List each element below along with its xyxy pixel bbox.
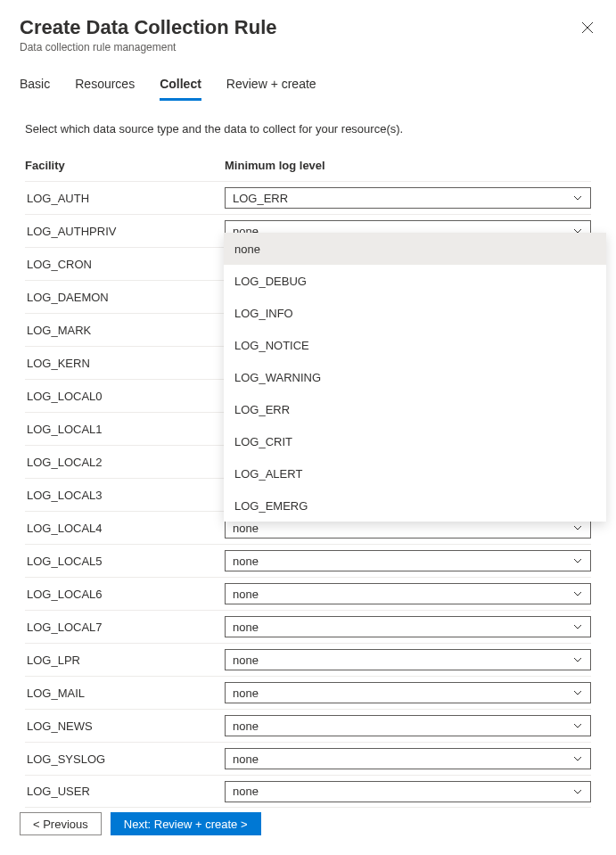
facility-name: LOG_LOCAL6 <box>25 588 225 601</box>
previous-button[interactable]: < Previous <box>20 812 102 835</box>
column-header-level: Minimum log level <box>225 159 591 172</box>
tab-resources[interactable]: Resources <box>75 77 135 101</box>
dropdown-option[interactable]: LOG_EMERG <box>224 489 606 522</box>
table-row: LOG_SYSLOGnone <box>25 742 591 775</box>
next-button[interactable]: Next: Review + create > <box>111 812 261 835</box>
facility-name: LOG_LOCAL4 <box>25 522 225 535</box>
log-level-select[interactable]: none <box>225 649 591 670</box>
log-level-select[interactable]: LOG_ERR <box>225 187 591 209</box>
table-row: LOG_LOCAL6none <box>25 577 591 610</box>
facility-name: LOG_AUTHPRIV <box>25 225 225 238</box>
page-subtitle: Data collection rule management <box>20 41 596 53</box>
facility-name: LOG_LOCAL3 <box>25 489 225 502</box>
tab-collect[interactable]: Collect <box>160 77 201 101</box>
facility-name: LOG_AUTH <box>25 192 225 205</box>
chevron-down-icon <box>572 687 583 698</box>
table-row: LOG_LOCAL7none <box>25 610 591 643</box>
tab-basic[interactable]: Basic <box>20 77 50 101</box>
chevron-down-icon <box>572 555 583 566</box>
facility-name: LOG_LOCAL0 <box>25 390 225 403</box>
log-level-select[interactable]: none <box>225 715 591 736</box>
facility-name: LOG_LOCAL2 <box>25 456 225 469</box>
facility-name: LOG_KERN <box>25 357 225 370</box>
facility-name: LOG_LOCAL5 <box>25 555 225 568</box>
table-row: LOG_LPRnone <box>25 643 591 676</box>
table-row: LOG_LOCAL5none <box>25 544 591 577</box>
log-level-select[interactable]: none <box>225 550 591 571</box>
dropdown-option[interactable]: LOG_WARNING <box>224 361 606 393</box>
dropdown-option[interactable]: LOG_NOTICE <box>224 329 606 361</box>
facility-name: LOG_LPR <box>25 654 225 667</box>
page-title: Create Data Collection Rule <box>20 16 596 39</box>
chevron-down-icon <box>572 193 583 203</box>
facility-name: LOG_DAEMON <box>25 291 225 304</box>
instruction-text: Select which data source type and the da… <box>0 101 616 150</box>
chevron-down-icon <box>572 621 583 632</box>
facility-name: LOG_NEWS <box>25 719 225 733</box>
facility-name: LOG_MARK <box>25 324 225 337</box>
log-level-select[interactable]: none <box>225 781 591 802</box>
log-level-dropdown[interactable]: noneLOG_DEBUGLOG_INFOLOG_NOTICELOG_WARNI… <box>224 233 606 522</box>
chevron-down-icon <box>572 588 583 599</box>
chevron-down-icon <box>572 720 583 731</box>
log-level-select[interactable]: none <box>225 682 591 703</box>
tabs-nav: Basic Resources Collect Review + create <box>0 59 616 101</box>
dropdown-option[interactable]: none <box>224 233 606 265</box>
facility-name: LOG_MAIL <box>25 686 225 700</box>
facility-name: LOG_SYSLOG <box>25 752 225 766</box>
log-level-select[interactable]: none <box>225 616 591 637</box>
log-level-select[interactable]: none <box>225 748 591 769</box>
table-row: LOG_NEWSnone <box>25 709 591 742</box>
chevron-down-icon <box>572 753 583 764</box>
facility-name: LOG_LOCAL7 <box>25 621 225 634</box>
chevron-down-icon <box>572 522 583 533</box>
table-row: LOG_USERnone <box>25 775 591 808</box>
dropdown-option[interactable]: LOG_INFO <box>224 297 606 329</box>
close-button[interactable] <box>579 20 596 37</box>
dropdown-option[interactable]: LOG_DEBUG <box>224 265 606 297</box>
table-row: LOG_MAILnone <box>25 676 591 709</box>
dropdown-option[interactable]: LOG_ALERT <box>224 457 606 489</box>
log-level-select[interactable]: none <box>225 583 591 604</box>
tab-review-create[interactable]: Review + create <box>226 77 316 101</box>
facility-name: LOG_USER <box>25 785 225 798</box>
dropdown-option[interactable]: LOG_CRIT <box>224 425 606 457</box>
table-header: Facility Minimum log level <box>25 150 591 181</box>
chevron-down-icon <box>572 654 583 665</box>
column-header-facility: Facility <box>25 159 225 172</box>
table-row: LOG_AUTHLOG_ERR <box>25 181 591 214</box>
chevron-down-icon <box>572 786 583 797</box>
close-icon <box>581 21 594 37</box>
dropdown-option[interactable]: LOG_ERR <box>224 393 606 425</box>
facility-name: LOG_LOCAL1 <box>25 423 225 436</box>
facility-name: LOG_CRON <box>25 258 225 271</box>
